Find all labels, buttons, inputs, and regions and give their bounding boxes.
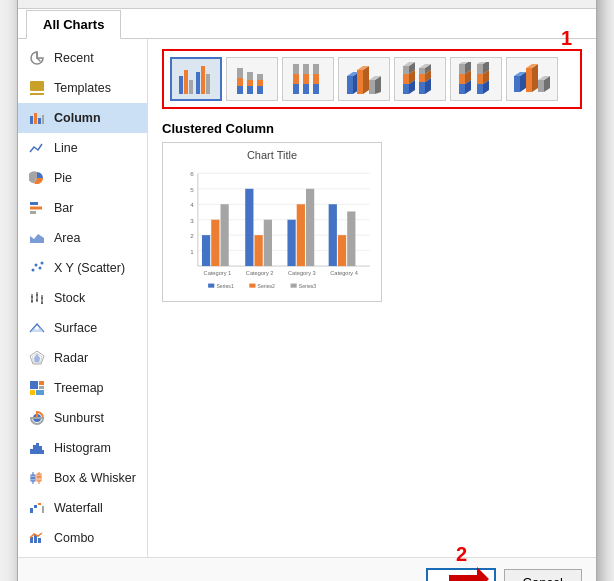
svg-rect-160 [249,284,255,288]
svg-text:6: 6 [190,170,194,177]
combo-icon [28,529,46,547]
svg-rect-147 [264,220,272,266]
svg-text:Category 1: Category 1 [204,270,232,276]
chart-title: Chart Title [247,149,297,161]
svg-marker-80 [369,80,375,94]
sidebar-item-treemap[interactable]: Treemap [18,373,147,403]
sidebar-item-scatter[interactable]: X Y (Scatter) [18,253,147,283]
sidebar-item-surface[interactable]: Surface [18,313,147,343]
svg-marker-89 [403,66,409,74]
svg-marker-98 [419,68,425,74]
svg-text:Series3: Series3 [299,283,317,289]
sidebar-item-area[interactable]: Area [18,223,147,253]
sidebar-item-radar[interactable]: Radar [18,343,147,373]
svg-marker-122 [526,68,532,92]
tab-all-charts[interactable]: All Charts [26,10,121,39]
svg-rect-52 [189,80,193,94]
insert-chart-dialog: Insert Chart ? All Charts [17,0,597,581]
svg-text:Series1: Series1 [216,283,234,289]
radar-icon [28,349,46,367]
sidebar-label-stock: Stock [54,291,85,305]
sidebar-item-bar[interactable]: Bar [18,193,147,223]
svg-marker-119 [514,76,520,92]
sidebar-item-pie[interactable]: Pie [18,163,147,193]
sidebar-label-boxwhisker: Box & Whisker [54,471,136,485]
svg-rect-162 [291,284,297,288]
area-icon [28,229,46,247]
sidebar-label-templates: Templates [54,81,111,95]
svg-rect-34 [36,443,39,454]
svg-marker-116 [477,64,483,74]
chart-type-3d-column[interactable] [506,57,558,101]
svg-rect-51 [184,70,188,94]
sidebar-label-radar: Radar [54,351,88,365]
svg-rect-66 [293,74,299,84]
svg-rect-43 [30,508,33,513]
svg-rect-35 [39,446,42,454]
chart-type-3d-stacked[interactable] [394,57,446,101]
svg-rect-63 [257,80,263,86]
svg-rect-145 [245,189,253,266]
svg-rect-3 [34,113,37,124]
dialog-body: Recent Templates [18,39,596,557]
svg-marker-107 [459,64,465,74]
chart-type-3d-100-stacked[interactable] [450,57,502,101]
sidebar-item-column[interactable]: Column [18,103,147,133]
sidebar-label-treemap: Treemap [54,381,104,395]
sidebar-item-line[interactable]: Line [18,133,147,163]
chart-type-stacked-column[interactable] [226,57,278,101]
svg-rect-6 [30,202,38,205]
sidebar-label-histogram: Histogram [54,441,111,455]
svg-rect-4 [38,118,41,124]
svg-rect-0 [30,81,44,91]
svg-text:3: 3 [190,217,194,224]
svg-rect-146 [254,235,262,266]
svg-rect-7 [30,207,42,210]
svg-rect-30 [36,390,44,395]
sidebar-label-combo: Combo [54,531,94,545]
boxwhisker-icon [28,469,46,487]
ok-button[interactable]: OK [426,568,496,581]
chart-preview: Chart Title 1 2 [162,142,382,302]
chart-type-100-stacked-column[interactable] [282,57,334,101]
svg-text:Category 4: Category 4 [330,270,358,276]
sidebar-label-pie: Pie [54,171,72,185]
sidebar-item-templates[interactable]: Templates [18,73,147,103]
pie-icon [28,169,46,187]
sidebar-item-histogram[interactable]: Histogram [18,433,147,463]
svg-text:4: 4 [190,201,194,208]
sidebar-item-stock[interactable]: Stock [18,283,147,313]
svg-rect-36 [42,450,44,454]
cancel-button[interactable]: Cancel [504,569,582,581]
svg-rect-46 [42,506,44,513]
selected-chart-label: Clustered Column [162,121,582,136]
sidebar-item-waterfall[interactable]: Waterfall [18,493,147,523]
svg-marker-78 [363,66,369,94]
sidebar-label-waterfall: Waterfall [54,501,103,515]
svg-rect-72 [313,74,319,84]
sidebar-item-combo[interactable]: Combo [18,523,147,553]
sidebar-item-recent[interactable]: Recent [18,43,147,73]
svg-marker-95 [419,74,425,82]
chart-type-3d-clustered[interactable] [338,57,390,101]
svg-rect-27 [39,381,44,385]
svg-rect-149 [297,204,305,266]
sidebar-label-scatter: X Y (Scatter) [54,261,125,275]
sidebar-label-area: Area [54,231,80,245]
svg-marker-104 [459,74,465,84]
sidebar-item-boxwhisker[interactable]: Box & Whisker [18,463,147,493]
svg-rect-59 [247,72,253,80]
svg-rect-50 [179,76,183,94]
sidebar-label-bar: Bar [54,201,73,215]
sidebar-item-sunburst[interactable]: Sunburst [18,403,147,433]
sunburst-icon [28,409,46,427]
stock-icon [28,289,46,307]
templates-icon [28,79,46,97]
svg-marker-123 [532,64,538,92]
chart-type-clustered-column[interactable] [170,57,222,101]
svg-rect-73 [313,84,319,94]
svg-rect-44 [34,505,37,508]
svg-point-10 [32,269,35,272]
svg-marker-25 [34,354,40,362]
svg-rect-60 [247,80,253,86]
